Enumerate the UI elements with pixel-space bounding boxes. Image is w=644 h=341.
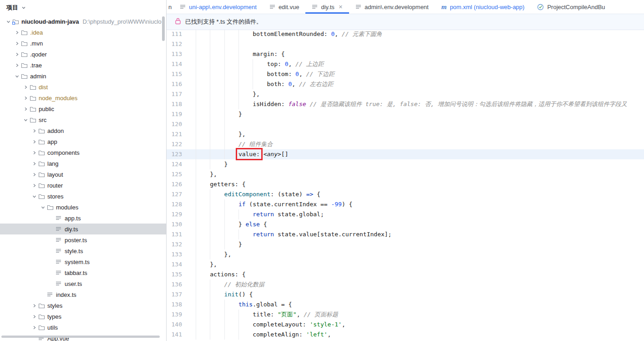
tree-item-lang[interactable]: lang xyxy=(0,158,166,169)
indent-guide xyxy=(196,260,210,270)
chevron-down-icon[interactable] xyxy=(30,194,38,199)
code-line-132[interactable]: 132} xyxy=(167,239,644,249)
chevron-right-icon[interactable] xyxy=(22,107,30,112)
chevron-right-icon[interactable] xyxy=(30,314,38,319)
tree-item-utils[interactable]: utils xyxy=(0,322,166,333)
chevron-right-icon[interactable] xyxy=(13,41,21,46)
code-line-125[interactable]: 125}, xyxy=(167,169,644,179)
tree-item-stores[interactable]: stores xyxy=(0,191,166,202)
code-line-141[interactable]: 141completeAlign: 'left', xyxy=(167,330,644,340)
chevron-down-icon[interactable] xyxy=(39,205,47,210)
chevron-right-icon[interactable] xyxy=(13,52,21,57)
tab-projectcompileandbu[interactable]: ProjectCompileAndBu xyxy=(531,0,611,14)
tree-item-system.ts[interactable]: system.ts xyxy=(0,256,166,267)
tree-item-.trae[interactable]: .trae xyxy=(0,60,166,71)
chevron-right-icon[interactable] xyxy=(30,150,38,155)
code-line-123[interactable]: 123value: <any>[] xyxy=(167,149,644,159)
chevron-down-icon[interactable] xyxy=(22,117,30,122)
code-line-137[interactable]: 137init() { xyxy=(167,290,644,300)
tree-item-public[interactable]: public xyxy=(0,103,166,114)
chevron-down-icon[interactable] xyxy=(13,74,21,79)
tree-item-diy.ts[interactable]: diy.ts xyxy=(0,224,166,234)
chevron-right-icon[interactable] xyxy=(30,172,38,177)
tree-horizontal-scrollbar[interactable] xyxy=(1,336,160,338)
tree-item-node-modules[interactable]: node_modules xyxy=(0,92,166,103)
project-panel-header[interactable]: 项目 xyxy=(0,0,166,15)
tree-item-dist[interactable]: dist xyxy=(0,81,166,92)
tree-item-user.ts[interactable]: user.ts xyxy=(0,278,166,289)
chevron-right-icon[interactable] xyxy=(22,96,30,101)
chevron-right-icon[interactable] xyxy=(30,139,38,144)
code-line-112[interactable]: 112 xyxy=(167,39,644,49)
tree-item-niucloud-admin-java[interactable]: niucloud-admin-javaD:\phpstudy_pro\WWW\n… xyxy=(0,16,166,27)
indent-guide xyxy=(210,290,224,300)
chevron-right-icon[interactable] xyxy=(30,128,38,133)
tree-vertical-scrollbar[interactable] xyxy=(162,16,165,41)
code-line-139[interactable]: 139title: "页面", // 页面标题 xyxy=(167,310,644,320)
tree-item-.mvn[interactable]: .mvn xyxy=(0,38,166,49)
tree-item-admin[interactable]: admin xyxy=(0,71,166,81)
folder-icon xyxy=(30,84,39,90)
tab-edit.vue[interactable]: edit.vue xyxy=(263,0,306,14)
tab-diy.ts[interactable]: diy.ts✕ xyxy=(305,0,349,14)
code-line-114[interactable]: 114top: 0, // 上边距 xyxy=(167,59,644,69)
code-line-138[interactable]: 138this.global = { xyxy=(167,300,644,310)
tree-item-types[interactable]: types xyxy=(0,311,166,322)
tree-item-.idea[interactable]: .idea xyxy=(0,27,166,38)
tree-item-app[interactable]: app xyxy=(0,136,166,147)
code-line-128[interactable]: 128if (state.currentIndex == -99) { xyxy=(167,199,644,209)
code-line-119[interactable]: 119} xyxy=(167,109,644,119)
chevron-down-icon[interactable] xyxy=(21,5,26,10)
chevron-right-icon[interactable] xyxy=(13,30,21,35)
tree-item-components[interactable]: components xyxy=(0,147,166,158)
code-line-129[interactable]: 129return state.global; xyxy=(167,209,644,219)
code-line-130[interactable]: 130} else { xyxy=(167,219,644,229)
code-editor[interactable]: 111bottomElementRounded: 0, // 元素下圆角1121… xyxy=(167,29,644,341)
code-line-126[interactable]: 126getters: { xyxy=(167,179,644,189)
indent-guide xyxy=(224,49,238,59)
code-line-117[interactable]: 117}, xyxy=(167,89,644,99)
code-line-115[interactable]: 115bottom: 0, // 下边距 xyxy=(167,69,644,79)
code-line-135[interactable]: 135actions: { xyxy=(167,270,644,280)
tree-item-.qoder[interactable]: .qoder xyxy=(0,49,166,60)
tree-item-addon[interactable]: addon xyxy=(0,125,166,136)
folder-icon xyxy=(38,314,45,320)
chevron-right-icon[interactable] xyxy=(13,63,21,68)
code-line-121[interactable]: 121}, xyxy=(167,129,644,139)
tree-item-router[interactable]: router xyxy=(0,180,166,191)
chevron-right-icon[interactable] xyxy=(30,303,38,308)
tree-item-tabbar.ts[interactable]: tabbar.ts xyxy=(0,267,166,278)
code-line-134[interactable]: 134}, xyxy=(167,260,644,270)
code-line-133[interactable]: 133}, xyxy=(167,249,644,260)
tree-item-style.ts[interactable]: style.ts xyxy=(0,245,166,256)
chevron-right-icon[interactable] xyxy=(30,325,38,330)
tree-item-layout[interactable]: layout xyxy=(0,169,166,180)
code-line-122[interactable]: 122// 组件集合 xyxy=(167,139,644,149)
code-line-118[interactable]: 118isHidden: false // 是否隐藏该组件 true: 是, f… xyxy=(167,99,644,109)
indent-guide xyxy=(196,280,210,290)
code-line-111[interactable]: 111bottomElementRounded: 0, // 元素下圆角 xyxy=(167,29,644,39)
code-line-136[interactable]: 136// 初始化数据 xyxy=(167,280,644,290)
tab-uni-app-.env.development[interactable]: uni-app\.env.development xyxy=(173,0,263,14)
truncated-tab-fragment[interactable]: n xyxy=(167,0,173,14)
tree-item-src[interactable]: src xyxy=(0,114,166,125)
tree-item-styles[interactable]: styles xyxy=(0,300,166,311)
tab-pom.xml--niucloud-web-app-[interactable]: mpom.xml (niucloud-web-app) xyxy=(435,0,531,14)
tree-item-modules[interactable]: modules xyxy=(0,202,166,213)
tab-admin-.env.development[interactable]: admin\.env.development xyxy=(349,0,435,14)
tree-item-poster.ts[interactable]: poster.ts xyxy=(0,234,166,245)
code-line-140[interactable]: 140completeLayout: 'style-1', xyxy=(167,320,644,330)
close-icon[interactable]: ✕ xyxy=(339,5,343,10)
code-line-116[interactable]: 116both: 0, // 左右边距 xyxy=(167,79,644,89)
chevron-right-icon[interactable] xyxy=(22,85,30,90)
code-line-120[interactable]: 120 xyxy=(167,119,644,129)
chevron-down-icon[interactable] xyxy=(5,19,12,24)
code-line-131[interactable]: 131return state.value[state.currentIndex… xyxy=(167,229,644,239)
chevron-right-icon[interactable] xyxy=(30,161,38,166)
tree-item-app.ts[interactable]: app.ts xyxy=(0,213,166,224)
chevron-right-icon[interactable] xyxy=(30,183,38,188)
tree-item-index.ts[interactable]: index.ts xyxy=(0,289,166,300)
code-line-113[interactable]: 113margin: { xyxy=(167,49,644,59)
code-line-127[interactable]: 127editComponent: (state) => { xyxy=(167,189,644,199)
code-line-124[interactable]: 124} xyxy=(167,159,644,169)
